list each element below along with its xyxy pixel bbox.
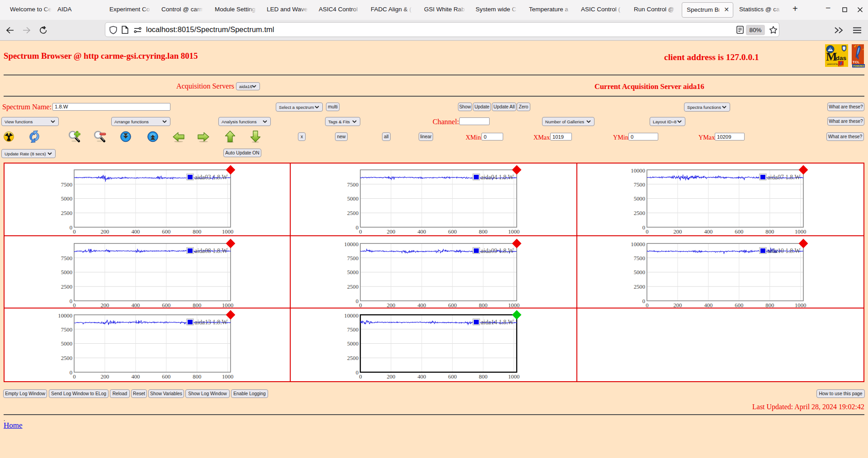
svg-text:800: 800 xyxy=(765,229,774,235)
svg-text:aida10 1.8.W: aida10 1.8.W xyxy=(767,247,800,254)
svg-text:7500: 7500 xyxy=(633,182,645,188)
svg-text:800: 800 xyxy=(193,229,201,235)
svg-text:400: 400 xyxy=(418,229,426,235)
svg-text:1000: 1000 xyxy=(222,229,233,235)
svg-text:0: 0 xyxy=(359,374,362,380)
svg-text:0: 0 xyxy=(646,302,648,308)
svg-text:2500: 2500 xyxy=(347,284,359,290)
svg-text:200: 200 xyxy=(387,374,396,380)
svg-text:200: 200 xyxy=(673,302,682,308)
svg-text:800: 800 xyxy=(479,229,488,235)
svg-text:200: 200 xyxy=(387,302,396,308)
svg-text:POWERED: POWERED xyxy=(853,65,864,67)
svg-text:200: 200 xyxy=(100,229,109,235)
svg-text:TCL: TCL xyxy=(853,60,860,64)
svg-text:aida08 1.8.W: aida08 1.8.W xyxy=(195,247,228,254)
svg-text:10000: 10000 xyxy=(344,313,359,319)
svg-text:0: 0 xyxy=(70,298,72,304)
svg-text:1000: 1000 xyxy=(222,302,233,308)
svg-text:5000: 5000 xyxy=(633,269,645,276)
svg-text:2500: 2500 xyxy=(633,284,645,290)
svg-text:10000: 10000 xyxy=(58,313,72,319)
svg-text:5000: 5000 xyxy=(347,269,359,276)
svg-text:2500: 2500 xyxy=(61,210,72,216)
svg-text:800: 800 xyxy=(479,374,488,380)
svg-text:0: 0 xyxy=(356,369,359,376)
svg-text:10000: 10000 xyxy=(631,168,645,174)
svg-text:400: 400 xyxy=(131,374,140,380)
svg-text:600: 600 xyxy=(162,302,170,308)
svg-text:aida07 1.8.W: aida07 1.8.W xyxy=(767,174,800,181)
svg-text:0: 0 xyxy=(646,229,648,235)
svg-text:7500: 7500 xyxy=(347,327,359,333)
svg-text:aida04 1.8.W: aida04 1.8.W xyxy=(481,174,514,181)
svg-text:2500: 2500 xyxy=(347,355,359,361)
svg-text:600: 600 xyxy=(448,302,457,308)
svg-text:200: 200 xyxy=(673,229,682,235)
svg-text:0: 0 xyxy=(73,229,75,235)
svg-text:400: 400 xyxy=(418,374,426,380)
svg-text:7500: 7500 xyxy=(633,255,645,261)
svg-text:7500: 7500 xyxy=(347,182,359,188)
svg-text:1000: 1000 xyxy=(222,374,233,380)
svg-text:2500: 2500 xyxy=(347,210,359,216)
svg-text:400: 400 xyxy=(418,302,426,308)
svg-text:5000: 5000 xyxy=(633,196,645,202)
svg-text:0: 0 xyxy=(359,229,362,235)
svg-text:10000: 10000 xyxy=(344,241,359,248)
svg-text:200: 200 xyxy=(100,302,109,308)
svg-text:10000: 10000 xyxy=(631,241,645,248)
svg-text:POWER: POWER xyxy=(839,65,845,67)
svg-text:0: 0 xyxy=(70,224,72,231)
svg-text:7500: 7500 xyxy=(61,327,72,333)
svg-text:5000: 5000 xyxy=(347,196,359,202)
svg-text:800: 800 xyxy=(193,302,201,308)
svg-text:0: 0 xyxy=(356,298,359,304)
svg-text:aida09 1.8.W: aida09 1.8.W xyxy=(481,247,514,254)
svg-text:7500: 7500 xyxy=(61,255,72,261)
svg-text:2500: 2500 xyxy=(61,284,72,290)
svg-text:600: 600 xyxy=(448,229,457,235)
svg-text:600: 600 xyxy=(162,374,170,380)
svg-text:idas: idas xyxy=(834,55,846,61)
svg-text:aida13 1.8.W: aida13 1.8.W xyxy=(195,319,228,326)
svg-text:400: 400 xyxy=(704,302,712,308)
svg-text:1000: 1000 xyxy=(795,302,806,308)
svg-text:aida14 1.8.W: aida14 1.8.W xyxy=(481,319,514,326)
svg-text:400: 400 xyxy=(704,229,712,235)
svg-text:5000: 5000 xyxy=(61,341,72,347)
svg-text:aida03 1.8.W: aida03 1.8.W xyxy=(195,174,228,181)
svg-text:600: 600 xyxy=(448,374,457,380)
svg-text:0: 0 xyxy=(642,224,645,231)
svg-text:5000: 5000 xyxy=(61,269,72,276)
svg-text:0: 0 xyxy=(359,302,362,308)
svg-text:800: 800 xyxy=(765,302,774,308)
svg-text:200: 200 xyxy=(387,229,396,235)
svg-text:800: 800 xyxy=(479,302,488,308)
svg-text:1000: 1000 xyxy=(508,229,519,235)
svg-text:7500: 7500 xyxy=(347,255,359,261)
svg-text:1000: 1000 xyxy=(795,229,806,235)
svg-text:0: 0 xyxy=(356,224,359,231)
svg-text:800: 800 xyxy=(193,374,201,380)
svg-text:600: 600 xyxy=(735,302,743,308)
svg-text:0: 0 xyxy=(73,374,75,380)
svg-text:7500: 7500 xyxy=(61,182,72,188)
svg-text:0: 0 xyxy=(70,369,72,376)
svg-text:1000: 1000 xyxy=(508,374,519,380)
svg-text:400: 400 xyxy=(131,229,140,235)
svg-text:600: 600 xyxy=(162,229,170,235)
svg-text:5000: 5000 xyxy=(61,196,72,202)
svg-text:400: 400 xyxy=(131,302,140,308)
svg-text:200: 200 xyxy=(100,374,109,380)
svg-text:0: 0 xyxy=(73,302,75,308)
svg-text:2500: 2500 xyxy=(633,210,645,216)
svg-text:powered by: powered by xyxy=(827,63,838,65)
svg-text:0: 0 xyxy=(642,298,645,304)
svg-text:1000: 1000 xyxy=(508,302,519,308)
svg-text:2500: 2500 xyxy=(61,355,72,361)
svg-text:600: 600 xyxy=(735,229,743,235)
svg-text:5000: 5000 xyxy=(347,341,359,347)
